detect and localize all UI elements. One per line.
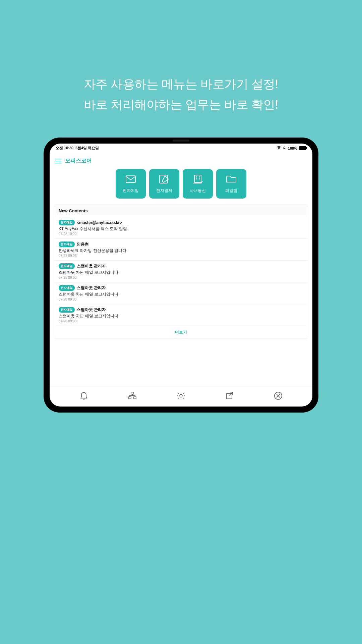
svg-rect-12 [227, 393, 232, 399]
item-sender: <master@anyfax.co.kr> [77, 220, 122, 225]
close-icon [274, 391, 283, 401]
status-right: 100% [277, 146, 306, 150]
app-header: 오피스코어 [50, 152, 312, 169]
list-item[interactable]: 전자메일 <master@anyfax.co.kr> KT AnyFax 수신사… [54, 217, 308, 239]
category-badge: 전자메일 [59, 285, 75, 291]
svg-rect-5 [199, 176, 200, 177]
category-badge: 전자메일 [59, 307, 75, 313]
item-subject: 안녕하세요 아가방 전산운용팀 입니다 [59, 248, 303, 254]
svg-rect-6 [196, 178, 197, 179]
item-time: 07-28 10:20 [59, 232, 303, 236]
list-item[interactable]: 전자메일 안용현 안녕하세요 아가방 전산운용팀 입니다 07-28 09:26 [54, 239, 308, 261]
gear-icon [177, 391, 185, 401]
svg-rect-4 [196, 176, 197, 177]
new-contents-header: New Contents [54, 205, 308, 217]
nav-org[interactable] [127, 391, 138, 402]
promo-line-2-prefix: 바로 처리해야하는 업무는 [84, 98, 224, 111]
status-date: 6월4일 목요일 [75, 146, 99, 151]
item-time: 07-28 09:00 [59, 298, 303, 301]
item-subject: KT AnyFax 수신사서함 팩스 도착 알림 [59, 226, 303, 232]
promo-line-1: 자주 사용하는 메뉴는 바로가기 설정! [0, 74, 362, 94]
edit-icon [159, 174, 170, 185]
item-sender: 스팸아웃 관리자 [77, 307, 106, 313]
app-title: 오피스코어 [65, 157, 92, 164]
share-icon [225, 391, 234, 401]
item-sender: 스팸아웃 관리자 [77, 285, 106, 291]
item-sender: 안용현 [77, 241, 89, 247]
item-sender: 스팸아웃 관리자 [77, 263, 106, 269]
svg-rect-10 [134, 397, 136, 399]
promo-line-2: 바로 처리해야하는 업무는 바로 확인! [0, 94, 362, 115]
building-icon [192, 174, 203, 185]
shortcut-email[interactable]: 전자메일 [116, 169, 146, 199]
mail-icon [125, 174, 136, 185]
list-item[interactable]: 전자메일 스팸아웃 관리자 스팸아웃 차단 메일 보고서입니다 07-28 09… [54, 261, 308, 282]
menu-icon[interactable] [55, 159, 62, 163]
svg-rect-7 [199, 178, 200, 179]
nav-settings[interactable] [176, 391, 186, 402]
folder-icon [226, 174, 237, 185]
category-badge: 전자메일 [59, 263, 75, 269]
shortcut-label: 전자결재 [156, 188, 172, 194]
nav-share[interactable] [224, 391, 235, 402]
shortcut-files[interactable]: 파일함 [216, 169, 246, 199]
bottom-nav [50, 386, 312, 407]
new-contents-card: New Contents 전자메일 <master@anyfax.co.kr> … [54, 205, 308, 339]
item-time: 07-28 09:26 [59, 254, 303, 258]
promo-line-2-bold: 바로 확인! [224, 98, 278, 111]
wifi-icon [277, 146, 281, 150]
svg-rect-9 [129, 397, 131, 399]
bell-icon [79, 391, 88, 401]
item-subject: 스팸아웃 차단 메일 보고서입니다 [59, 313, 303, 319]
tablet-notch [173, 140, 189, 142]
status-bar: 오전 10:30 6월4일 목요일 100% [50, 144, 312, 152]
shortcut-internal[interactable]: 사내통신 [183, 169, 213, 199]
shortcut-label: 파일함 [225, 188, 237, 194]
promo-text: 자주 사용하는 메뉴는 바로가기 설정! 바로 처리해야하는 업무는 바로 확인… [0, 74, 362, 115]
item-time: 07-28 09:00 [59, 319, 303, 323]
promo-line-1-bold: 바로가기 설정! [200, 77, 278, 91]
promo-line-1-prefix: 자주 사용하는 메뉴는 [84, 77, 200, 91]
moon-icon [283, 146, 286, 150]
item-subject: 스팸아웃 차단 메일 보고서입니다 [59, 270, 303, 275]
svg-rect-1 [126, 176, 135, 182]
category-badge: 전자메일 [59, 241, 75, 247]
tablet-frame: 오전 10:30 6월4일 목요일 100% 오피스코어 전자메일 [44, 138, 318, 413]
list-item[interactable]: 전자메일 스팸아웃 관리자 스팸아웃 차단 메일 보고서입니다 07-28 09… [54, 304, 308, 326]
org-icon [128, 391, 137, 401]
svg-rect-8 [131, 392, 134, 394]
shortcuts-row: 전자메일 전자결재 사내통신 파일함 [50, 169, 312, 205]
battery-label: 100% [288, 146, 297, 150]
category-badge: 전자메일 [59, 220, 75, 225]
status-left: 오전 10:30 6월4일 목요일 [56, 146, 99, 151]
item-subject: 스팸아웃 차단 메일 보고서입니다 [59, 291, 303, 297]
nav-close[interactable] [273, 391, 284, 402]
tablet-screen: 오전 10:30 6월4일 목요일 100% 오피스코어 전자메일 [50, 144, 312, 407]
shortcut-label: 사내통신 [190, 188, 206, 194]
battery-icon [299, 146, 306, 150]
shortcut-label: 전자메일 [123, 188, 139, 194]
nav-notifications[interactable] [78, 391, 89, 402]
svg-rect-3 [194, 175, 201, 182]
status-time: 오전 10:30 [56, 146, 73, 151]
svg-point-11 [180, 394, 182, 397]
item-time: 07-28 09:00 [59, 276, 303, 279]
list-item[interactable]: 전자메일 스팸아웃 관리자 스팸아웃 차단 메일 보고서입니다 07-28 09… [54, 282, 308, 304]
shortcut-approval[interactable]: 전자결재 [149, 169, 179, 199]
svg-point-0 [279, 149, 279, 149]
more-button[interactable]: 더보기 [54, 326, 308, 338]
